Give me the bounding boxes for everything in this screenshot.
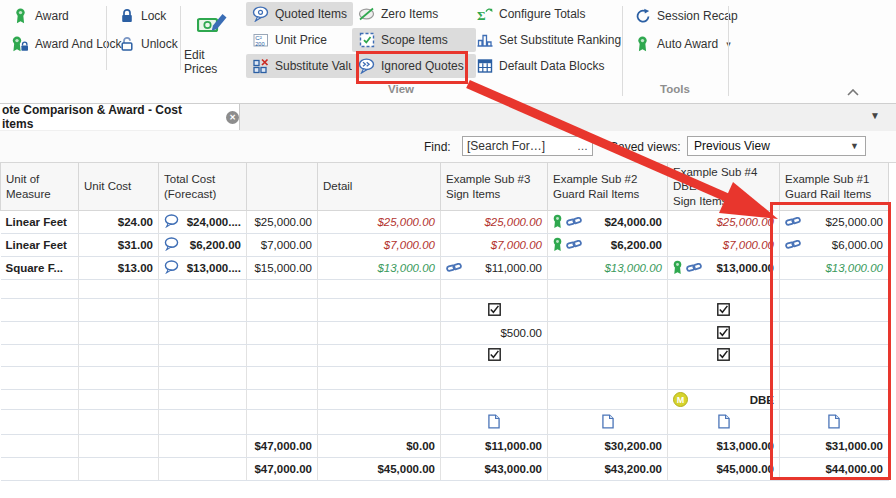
- checkbox-icon[interactable]: [717, 326, 730, 341]
- cell-unit-cost[interactable]: [79, 345, 159, 367]
- cell-detail[interactable]: [318, 410, 441, 435]
- cell-sub2[interactable]: [548, 280, 668, 299]
- column-header-uom[interactable]: Unit of Measure: [1, 163, 79, 211]
- cell-sub4[interactable]: $25,000.00: [668, 211, 780, 234]
- collapse-ribbon-button[interactable]: [847, 82, 859, 100]
- cell-total-cost[interactable]: [159, 280, 247, 299]
- cell-unit-cost[interactable]: [79, 390, 159, 410]
- cell-sub2[interactable]: [548, 299, 668, 322]
- link-icon[interactable]: [785, 238, 801, 253]
- cell-sub3[interactable]: [441, 280, 548, 299]
- cell-total-cost[interactable]: $24,000....: [159, 211, 247, 234]
- cell-blank[interactable]: [247, 345, 318, 367]
- cell-sub1[interactable]: [780, 367, 889, 390]
- cell-sub3[interactable]: $43,000.00: [441, 458, 548, 481]
- search-input[interactable]: [Search For…] …: [462, 136, 593, 156]
- link-icon[interactable]: [566, 238, 582, 253]
- link-icon[interactable]: [686, 261, 702, 276]
- tab-quote-comparison[interactable]: ote Comparison & Award - Cost items ✕: [0, 104, 240, 130]
- cell-uom[interactable]: [1, 280, 79, 299]
- column-header-detail[interactable]: Detail: [318, 163, 441, 211]
- cell-detail[interactable]: $45,000.00: [318, 458, 441, 481]
- cell-sub1[interactable]: $31,000.00: [780, 435, 889, 458]
- cell-sub3[interactable]: $7,000.00: [441, 234, 548, 257]
- page-icon[interactable]: [602, 414, 614, 431]
- bubble-icon[interactable]: [164, 260, 179, 276]
- cell-sub3[interactable]: [441, 367, 548, 390]
- tab-list-dropdown-icon[interactable]: ▼: [870, 110, 880, 121]
- cell-unit-cost[interactable]: $31.00: [79, 234, 159, 257]
- ellipsis-icon[interactable]: …: [573, 140, 588, 152]
- cell-uom[interactable]: [1, 435, 79, 458]
- cell-sub2[interactable]: [548, 410, 668, 435]
- column-header-sub1[interactable]: Example Sub #1 Guard Rail Items: [780, 163, 889, 211]
- cell-sub1[interactable]: $44,000.00: [780, 458, 889, 481]
- cell-total-cost[interactable]: [159, 390, 247, 410]
- cell-sub1[interactable]: [780, 322, 889, 345]
- unit-price-button[interactable]: C²200 Unit Price: [246, 28, 333, 52]
- page-icon[interactable]: [828, 414, 840, 431]
- cell-unit-cost[interactable]: $24.00: [79, 211, 159, 234]
- cell-blank[interactable]: [247, 410, 318, 435]
- cell-sub2[interactable]: [548, 367, 668, 390]
- cell-blank[interactable]: [247, 367, 318, 390]
- cell-unit-cost[interactable]: $13.00: [79, 257, 159, 280]
- cell-detail[interactable]: [318, 299, 441, 322]
- cell-sub4[interactable]: [668, 322, 780, 345]
- cell-unit-cost[interactable]: [79, 410, 159, 435]
- cell-detail[interactable]: [318, 322, 441, 345]
- checkbox-icon[interactable]: [488, 348, 501, 363]
- cell-sub3[interactable]: [441, 390, 548, 410]
- cell-sub4[interactable]: $7,000.00: [668, 234, 780, 257]
- bubble-icon[interactable]: [164, 214, 179, 230]
- cell-uom[interactable]: [1, 299, 79, 322]
- cell-sub1[interactable]: [780, 410, 889, 435]
- link-icon[interactable]: [566, 215, 582, 230]
- cell-sub4[interactable]: [668, 345, 780, 367]
- cell-unit-cost[interactable]: [79, 322, 159, 345]
- cell-sub4[interactable]: $45,000.00: [668, 458, 780, 481]
- cell-sub4[interactable]: [668, 410, 780, 435]
- cell-sub1[interactable]: [780, 390, 889, 410]
- column-header-total-cost[interactable]: Total Cost (Forecast): [159, 163, 247, 211]
- cell-detail[interactable]: [318, 367, 441, 390]
- edit-prices-button[interactable]: Edit Prices: [184, 3, 240, 79]
- set-substitute-ranking-button[interactable]: Set Substitute Ranking: [470, 28, 627, 52]
- link-icon[interactable]: [785, 215, 801, 230]
- ignored-quotes-button[interactable]: Ignored Quotes: [352, 54, 476, 78]
- cell-sub1[interactable]: $13,000.00: [780, 257, 889, 280]
- cell-sub4[interactable]: $13,000.00: [668, 435, 780, 458]
- cell-blank[interactable]: [247, 390, 318, 410]
- cell-sub4[interactable]: [668, 280, 780, 299]
- cell-total-cost[interactable]: [159, 299, 247, 322]
- cell-unit-cost[interactable]: [79, 367, 159, 390]
- cell-sub2[interactable]: $30,200.00: [548, 435, 668, 458]
- cell-total-cost[interactable]: [159, 367, 247, 390]
- session-recap-button[interactable]: Session Recap: [628, 4, 744, 28]
- page-icon[interactable]: [718, 414, 730, 431]
- lock-button[interactable]: Lock: [112, 4, 172, 28]
- cell-uom[interactable]: [1, 367, 79, 390]
- cell-sub1[interactable]: [780, 280, 889, 299]
- cell-sub4[interactable]: MDBE: [668, 390, 780, 410]
- cell-uom[interactable]: Linear Feet: [1, 211, 79, 234]
- cell-sub2[interactable]: $43,200.00: [548, 458, 668, 481]
- cell-total-cost[interactable]: $6,200.00: [159, 234, 247, 257]
- cell-sub3[interactable]: [441, 299, 548, 322]
- award-and-lock-button[interactable]: Award And Lock: [6, 32, 128, 56]
- cell-blank[interactable]: $7,000.00: [247, 234, 318, 257]
- cell-unit-cost[interactable]: [79, 299, 159, 322]
- cell-blank[interactable]: $15,000.00: [247, 257, 318, 280]
- cell-detail[interactable]: $7,000.00: [318, 234, 441, 257]
- column-header-sub2[interactable]: Example Sub #2 Guard Rail Items: [548, 163, 668, 211]
- cell-sub1[interactable]: $25,000.00: [780, 211, 889, 234]
- cell-total-cost[interactable]: [159, 410, 247, 435]
- zero-items-button[interactable]: Zero Items: [352, 2, 476, 26]
- page-icon[interactable]: [488, 414, 500, 431]
- cell-detail[interactable]: $25,000.00: [318, 211, 441, 234]
- cell-sub3[interactable]: $500.00: [441, 322, 548, 345]
- cell-sub4[interactable]: $13,000.00: [668, 257, 780, 280]
- cell-sub2[interactable]: [548, 345, 668, 367]
- cell-sub3[interactable]: [441, 345, 548, 367]
- cell-detail[interactable]: [318, 280, 441, 299]
